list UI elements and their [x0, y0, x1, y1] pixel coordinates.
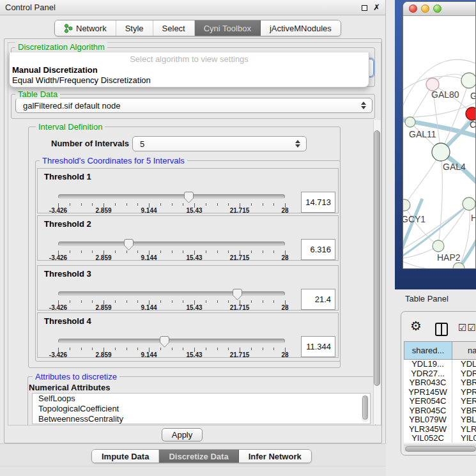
table-row[interactable]: YIL052CYIL0: [404, 434, 476, 443]
columns-icon[interactable]: [435, 323, 448, 336]
threshold-3-value-field[interactable]: 21.4: [301, 289, 335, 310]
tab-impute-data[interactable]: Impute Data: [92, 450, 159, 463]
threshold-2-label: Threshold 2: [44, 219, 91, 229]
panel-scrollbar-thumb[interactable]: [374, 130, 380, 386]
table-cell[interactable]: YPR145W: [404, 388, 452, 397]
tab-cyni-toolbox[interactable]: Cyni Toolbox: [195, 20, 261, 36]
threshold-4-slider-thumb[interactable]: [160, 336, 169, 348]
network-node[interactable]: [432, 143, 450, 161]
list-scrollbar-thumb[interactable]: [362, 395, 368, 420]
cyni-bottom-tabbar: Impute Data Discretize Data Infer Networ…: [91, 449, 312, 463]
number-of-intervals-combobox[interactable]: 5: [132, 136, 307, 151]
table-cell[interactable]: YBL079W: [404, 415, 452, 425]
network-window-titlebar[interactable]: [403, 2, 475, 16]
threshold-1-slider-track[interactable]: [58, 194, 285, 199]
table-cell[interactable]: YBR043C: [404, 378, 452, 388]
table-hscrollbar[interactable]: [404, 445, 476, 452]
table-cell[interactable]: YDL1: [452, 360, 476, 369]
column-header-shared[interactable]: shared...: [404, 341, 452, 360]
table-cell[interactable]: YBR0: [452, 378, 476, 388]
close-icon[interactable]: ✗: [373, 1, 380, 14]
table-cell[interactable]: YBR0: [452, 406, 476, 416]
table-cell[interactable]: YER0: [452, 397, 476, 406]
table-row[interactable]: YBL079WYBL0: [404, 415, 476, 425]
network-node-label: C: [470, 119, 476, 130]
attribute-item[interactable]: SelfLoops: [33, 394, 370, 404]
numerical-attributes-list[interactable]: SelfLoopsTopologicalCoefficientBetweenne…: [32, 393, 371, 424]
threshold-1-slider-thumb[interactable]: [184, 192, 194, 203]
threshold-2-slider-thumb[interactable]: [124, 239, 134, 250]
threshold-4-label: Threshold 4: [44, 316, 91, 326]
checkboxes-icon[interactable]: ☑☑: [458, 322, 476, 334]
network-node[interactable]: [403, 199, 410, 211]
table-cell[interactable]: YLR345W: [404, 425, 452, 434]
table-row[interactable]: YPR145WYPR1: [404, 388, 476, 397]
float-window-icon[interactable]: [362, 5, 367, 11]
table-cell[interactable]: YIL052C: [404, 434, 452, 443]
table-row[interactable]: YBR045CYBR0: [404, 406, 476, 416]
attribute-item[interactable]: BetweennessCentrality: [33, 414, 370, 424]
network-node[interactable]: [405, 117, 415, 127]
tab-infer-network[interactable]: Infer Network: [239, 450, 311, 463]
table-cell[interactable]: YER054C: [404, 397, 452, 406]
attribute-item[interactable]: TopologicalCoefficient: [33, 404, 370, 414]
tab-discretize-data[interactable]: Discretize Data: [159, 450, 238, 463]
threshold-3-slider-thumb[interactable]: [233, 289, 242, 300]
table-hscrollbar-thumb[interactable]: [405, 446, 476, 452]
threshold-3-slider-track[interactable]: [58, 291, 285, 296]
list-scrollbar[interactable]: [362, 395, 369, 422]
minimize-traffic-button[interactable]: [421, 4, 429, 13]
threshold-2-value-field[interactable]: 6.316: [301, 239, 335, 260]
column-header-name[interactable]: na: [452, 341, 476, 360]
threshold-4-value-field[interactable]: 11.344: [301, 336, 335, 357]
tab-select[interactable]: Select: [153, 20, 195, 36]
number-of-intervals-label: Number of Intervals: [51, 139, 129, 148]
dropdown-option-equal-width-frequency[interactable]: Equal Width/Frequency Discretization: [12, 75, 151, 85]
threshold-3-label: Threshold 3: [44, 269, 91, 279]
threshold-1-label: Threshold 1: [44, 172, 91, 181]
table-row[interactable]: YDR27...YDR2: [404, 369, 476, 379]
apply-button[interactable]: Apply: [162, 428, 203, 441]
tab-jactivemnodules[interactable]: jActiveMNodules: [261, 20, 341, 36]
network-node-label: GAL11: [409, 129, 436, 139]
table-cell[interactable]: YIL0: [452, 434, 476, 443]
network-node-label: GCY1: [403, 214, 426, 224]
table-cell[interactable]: YLR3: [452, 425, 476, 434]
slider-tick-labels: -3.4262.8599.14415.4321.71528: [58, 207, 286, 214]
combo-stepper-icon: [295, 140, 300, 148]
table-cell[interactable]: YBR045C: [404, 406, 452, 416]
table-data-combobox[interactable]: galFiltered.sif default node: [15, 98, 372, 113]
network-node-label: HAP2: [437, 252, 461, 263]
threshold-2-row: Threshold 2 -3.4262.8599.14415.4321.7152…: [37, 215, 339, 261]
network-node[interactable]: [463, 197, 475, 210]
close-traffic-button[interactable]: [409, 4, 417, 13]
network-node[interactable]: [433, 240, 444, 252]
table-row[interactable]: YBR043CYBR0: [404, 378, 476, 388]
table-cell[interactable]: YDR2: [452, 369, 476, 379]
table-cell[interactable]: YDR27...: [404, 369, 452, 379]
table-cell[interactable]: YDL19...: [404, 360, 452, 369]
gear-icon[interactable]: ⚙: [410, 318, 422, 334]
network-node[interactable]: [461, 73, 476, 88]
network-canvas[interactable]: GAL80GCGAL11GAL4GCY1HHAP2: [403, 16, 476, 269]
network-node-label: H: [471, 213, 476, 223]
threshold-2-slider-track[interactable]: [58, 242, 285, 246]
table-cell[interactable]: YPR1: [452, 388, 476, 397]
tab-style[interactable]: Style: [116, 20, 153, 36]
threshold-4-slider-track[interactable]: [58, 339, 285, 343]
slider-tick-labels: -3.4262.8599.14415.4321.71528: [58, 304, 286, 311]
table-row[interactable]: YER054CYER0: [404, 397, 476, 406]
network-node[interactable]: [466, 107, 476, 120]
table-cell[interactable]: YBL0: [452, 415, 476, 425]
tab-network[interactable]: Network: [55, 20, 116, 36]
table-panel: ⚙ ☑☑ shared... na YDL19...YDL1YDR27...YD…: [401, 311, 476, 456]
threshold-4-row: Threshold 4 -3.4262.8599.14415.4321.7152…: [37, 312, 339, 358]
numerical-attributes-label: Numerical Attributes: [29, 383, 110, 392]
zoom-traffic-button[interactable]: [433, 4, 441, 13]
threshold-1-value-field[interactable]: 14.713: [301, 192, 335, 213]
algorithm-group-label: Discretization Algorithm: [15, 42, 107, 52]
dropdown-option-manual-discretization[interactable]: Manual Discretization: [12, 65, 98, 75]
network-node[interactable]: [426, 78, 439, 91]
table-row[interactable]: YDL19...YDL1: [404, 360, 476, 369]
table-row[interactable]: YLR345WYLR3: [404, 425, 476, 434]
